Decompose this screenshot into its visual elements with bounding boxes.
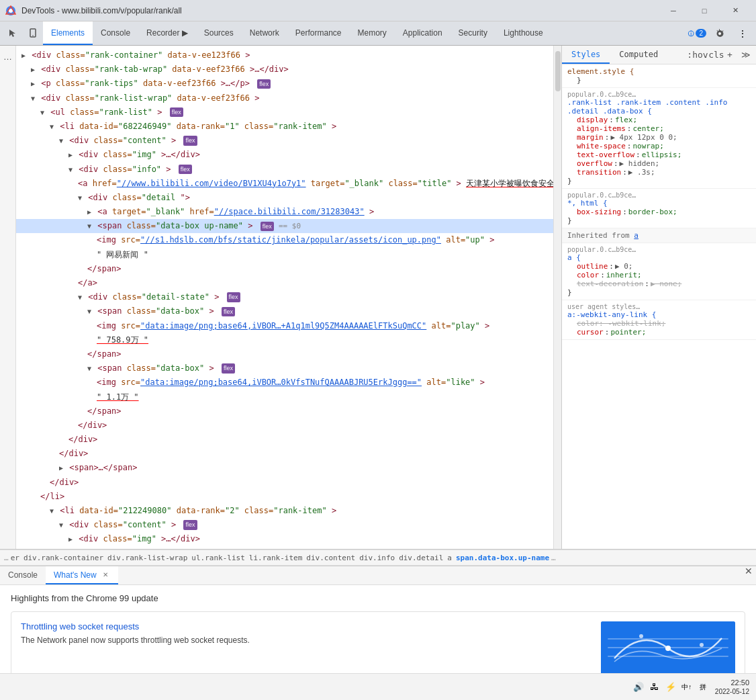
dom-line[interactable]: ▼ <ul class="rank-list" > flex <box>16 105 553 120</box>
feature-card-title[interactable]: Throttling web socket requests <box>21 621 590 631</box>
dom-line[interactable]: ▶ <div class="img" >…</div> <box>16 148 553 162</box>
dom-line[interactable]: </span> <box>16 347 553 361</box>
dom-line[interactable]: ▼ <div class="info" > flex <box>16 547 553 549</box>
add-style-button[interactable]: + <box>722 48 737 62</box>
tab-console-bottom[interactable]: Console <box>0 566 46 584</box>
close-button[interactable]: ✕ <box>720 0 751 21</box>
style-rule-rank-list: popular.0.c…b9ce… .rank-list .rank-item … <box>562 88 756 189</box>
dom-line[interactable]: ▼ <div class="content" > flex <box>16 134 553 148</box>
dom-line[interactable]: ▼ <div class="info" > flex <box>16 163 553 177</box>
dom-line[interactable]: <a href="//www.bilibili.com/video/BV1XU4… <box>16 177 553 191</box>
dom-line[interactable]: " 758.9万 " <box>16 333 553 347</box>
breadcrumb-item[interactable]: a <box>445 554 454 562</box>
dom-line[interactable]: ▶ <div class="img" >…</div> <box>16 532 553 546</box>
minimize-button[interactable]: ─ <box>658 0 689 21</box>
style-selector[interactable]: element.style { <box>567 67 751 76</box>
style-prop: color : inherit; <box>567 271 751 279</box>
dom-line[interactable]: ▼ <span class="data-box" > flex <box>16 304 553 318</box>
dom-line[interactable]: </div> <box>16 433 553 447</box>
tab-sources[interactable]: Sources <box>196 21 242 45</box>
tab-lighthouse[interactable]: Lighthouse <box>495 21 551 45</box>
tab-styles[interactable]: Styles <box>562 46 610 64</box>
dom-line[interactable]: ▼ <div class="content" > flex <box>16 518 553 532</box>
tab-security[interactable]: Security <box>451 21 495 45</box>
dom-line[interactable]: ▶ <div class="rank-tab-wrap" data-v-eef2… <box>16 62 553 77</box>
flex-badge[interactable]: flex <box>183 136 197 145</box>
ellipsis-icon[interactable]: … <box>1 50 15 63</box>
maximize-button[interactable]: □ <box>689 0 720 21</box>
breadcrumb-item-active[interactable]: span.data-box.up-name <box>454 554 551 562</box>
mobile-icon[interactable] <box>23 21 43 45</box>
dom-line[interactable]: </a> <box>16 276 553 290</box>
cls-button[interactable]: .cls <box>706 48 721 62</box>
expand-arrow[interactable]: ▶ <box>21 52 26 59</box>
inherited-from-link[interactable]: a <box>634 231 639 240</box>
dom-line[interactable]: ▼ <li data-id="682246949" data-rank="1" … <box>16 120 553 134</box>
dom-line[interactable]: ▼ <div class="rank-list-wrap" data-v-eef… <box>16 91 553 105</box>
close-bottom-panel[interactable]: ✕ <box>744 566 753 576</box>
breadcrumb-item[interactable]: er <box>9 554 21 562</box>
more-tools-button[interactable]: ⋮ <box>733 24 752 43</box>
tab-recorder[interactable]: Recorder ▶ <box>138 21 196 45</box>
flex-badge[interactable]: flex <box>261 222 274 231</box>
dom-line[interactable]: </span> <box>16 404 553 419</box>
dom-line[interactable]: ▼ <li data-id="212249080" data-rank="2" … <box>16 504 553 518</box>
style-selector[interactable]: a:-webkit-any-link { <box>567 310 751 319</box>
dom-line[interactable]: ▼ <div class="detail "> <box>16 191 553 205</box>
tab-application[interactable]: Application <box>395 21 451 45</box>
breadcrumb-item[interactable]: div.rank-container <box>21 554 105 562</box>
tab-network[interactable]: Network <box>242 21 287 45</box>
flex-badge[interactable]: flex <box>183 520 197 529</box>
dom-scroll-thumb[interactable] <box>555 51 561 91</box>
dom-line[interactable]: </div> <box>16 419 553 433</box>
breadcrumb-item[interactable]: div.info <box>357 554 397 562</box>
dom-scrollbar[interactable] <box>553 46 561 549</box>
breadcrumb-item[interactable]: div.rank-list-wrap <box>105 554 189 562</box>
style-selector-origin[interactable]: popular.0.c…b9ce… <box>567 91 636 98</box>
breadcrumb-item[interactable]: div.detail <box>397 554 445 562</box>
dom-line-selected[interactable]: ▼ <span class="data-box up-name" > flex … <box>16 219 553 233</box>
tab-memory[interactable]: Memory <box>350 21 395 45</box>
flex-badge[interactable]: flex <box>227 292 240 302</box>
dom-line[interactable]: ▶ <p class="rank-tips" data-v-eef23f66 >… <box>16 77 553 91</box>
dom-line[interactable]: </span> <box>16 262 553 276</box>
dom-line[interactable]: ▼ <span class="data-box" > flex <box>16 361 553 376</box>
style-selector-class[interactable]: .rank-list .rank-item .content .info.det… <box>567 98 751 116</box>
tab-computed[interactable]: Computed <box>610 46 667 64</box>
cursor-icon[interactable] <box>3 21 23 45</box>
dom-line[interactable]: <img src="data:image/png;base64,iVBOR…+A… <box>16 319 553 333</box>
breadcrumb-item[interactable]: div.content <box>304 554 357 562</box>
dom-line[interactable]: </li> <box>16 490 553 504</box>
style-origin-user-agent[interactable]: user agent styles… <box>567 303 751 310</box>
dom-line[interactable]: ▶ <a target="_blank" href="//space.bilib… <box>16 205 553 219</box>
flex-badge[interactable]: flex <box>222 363 235 373</box>
dom-line[interactable]: <img src="//s1.hdslb.com/bfs/static/jink… <box>16 233 553 247</box>
style-origin-label2: popular.0.c…b9ce… <box>567 246 751 253</box>
dom-line[interactable]: ▶ <div class="rank-container" data-v-ee1… <box>16 48 553 62</box>
dom-line[interactable]: " 网易新闻 " <box>16 248 553 262</box>
flex-badge[interactable]: flex <box>179 165 192 174</box>
flex-badge[interactable]: flex <box>257 79 271 89</box>
breadcrumb-item[interactable]: li.rank-item <box>247 554 304 562</box>
dom-line[interactable]: <img src="data:image/png;base64,iVBOR…0k… <box>16 376 553 390</box>
whats-new-close[interactable]: ✕ <box>101 570 110 580</box>
dom-line[interactable]: </div> <box>16 476 553 490</box>
issues-button[interactable]: 2 <box>688 24 706 43</box>
dom-line[interactable]: </div> <box>16 447 553 461</box>
tab-elements[interactable]: Elements <box>43 21 93 45</box>
breadcrumb-item[interactable]: ul.rank-list <box>189 554 246 562</box>
tab-console[interactable]: Console <box>93 21 138 45</box>
tab-performance[interactable]: Performance <box>287 21 350 45</box>
dom-line[interactable]: ▼ <div class="detail-state" > flex <box>16 290 553 304</box>
flex-badge[interactable]: flex <box>170 107 183 117</box>
tab-whats-new[interactable]: What's New ✕ <box>46 566 118 584</box>
style-selector[interactable]: a { <box>567 253 751 262</box>
dom-line[interactable]: " 1.1万 " <box>16 390 553 404</box>
settings-button[interactable] <box>710 24 729 43</box>
more-styles-button[interactable]: ≫ <box>739 48 753 62</box>
dom-line[interactable]: ▶ <span>…</span> <box>16 461 553 475</box>
style-selector[interactable]: *, html { <box>567 199 751 208</box>
window-controls[interactable]: ─ □ ✕ <box>658 0 751 21</box>
dom-panel[interactable]: ▶ <div class="rank-container" data-v-ee1… <box>16 46 553 549</box>
flex-badge[interactable]: flex <box>222 307 235 316</box>
